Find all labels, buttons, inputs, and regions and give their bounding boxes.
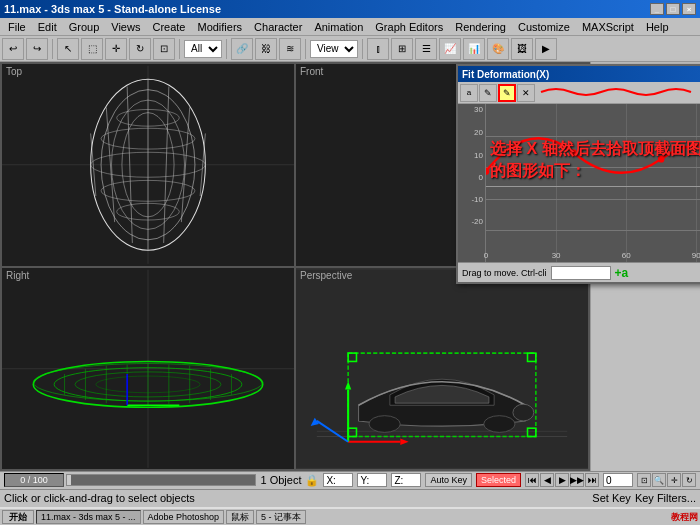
- align-button[interactable]: ⊞: [391, 38, 413, 60]
- link-button[interactable]: 🔗: [231, 38, 253, 60]
- menu-customize[interactable]: Customize: [512, 18, 576, 35]
- selection-filter-dropdown[interactable]: All: [184, 40, 222, 58]
- selected-display[interactable]: Selected: [476, 473, 521, 487]
- fit-tb-icon-2[interactable]: ✎: [498, 84, 516, 102]
- viewport-front-label: Front: [300, 66, 323, 77]
- menu-create[interactable]: Create: [146, 18, 191, 35]
- viewport-perspective[interactable]: Perspective: [295, 267, 589, 471]
- x-field[interactable]: X:: [323, 473, 353, 487]
- toolbar-separator-2: [179, 39, 180, 59]
- view-dropdown[interactable]: View: [310, 40, 358, 58]
- maximize-button[interactable]: □: [666, 3, 680, 15]
- title-bar-controls[interactable]: _ □ ×: [650, 3, 696, 15]
- y-field[interactable]: Y:: [357, 473, 387, 487]
- taskbar-mouse[interactable]: 鼠标: [226, 510, 254, 524]
- taskbar-3dsmax[interactable]: 11.max - 3ds max 5 - ...: [36, 510, 141, 524]
- close-button[interactable]: ×: [682, 3, 696, 15]
- graph-y-axis: 30 20 10 0 -10 -20: [458, 104, 486, 262]
- select-button[interactable]: ↖: [57, 38, 79, 60]
- graph-main[interactable]: 0 30 60 90 120 150: [486, 104, 700, 262]
- select-region-button[interactable]: ⬚: [81, 38, 103, 60]
- pan-button[interactable]: ✛: [667, 473, 681, 487]
- fit-tb-icon-0[interactable]: a: [460, 84, 478, 102]
- key-filters-label: Key Filters...: [635, 492, 696, 504]
- auto-key-button[interactable]: Auto Key: [425, 473, 472, 487]
- svg-point-45: [513, 404, 534, 421]
- curve-editor-button[interactable]: 📈: [439, 38, 461, 60]
- menu-graph-editors[interactable]: Graph Editors: [369, 18, 449, 35]
- arc-rotate-button[interactable]: ↻: [682, 473, 696, 487]
- quick-render-button[interactable]: ▶: [535, 38, 557, 60]
- timeline-thumb[interactable]: [67, 475, 71, 485]
- menu-group[interactable]: Group: [63, 18, 106, 35]
- menu-animation[interactable]: Animation: [308, 18, 369, 35]
- minimize-button[interactable]: _: [650, 3, 664, 15]
- fit-tb-icon-3[interactable]: ✕: [517, 84, 535, 102]
- viewport-top[interactable]: Top: [1, 63, 295, 267]
- layers-button[interactable]: ☰: [415, 38, 437, 60]
- timeline-slider[interactable]: [66, 474, 256, 486]
- go-start-button[interactable]: ⏮: [525, 473, 539, 487]
- rotate-button[interactable]: ↻: [129, 38, 151, 60]
- menu-maxscript[interactable]: MAXScript: [576, 18, 640, 35]
- fit-prompt-icon-plus: +a: [615, 266, 629, 280]
- frame-input[interactable]: 0: [603, 473, 633, 487]
- lock-icon: 🔒: [305, 474, 319, 487]
- status-right: 1 Object 🔒 X: Y: Z: Auto Key Selected ⏮ …: [260, 473, 696, 487]
- fit-dialog-title-bar: Fit Deformation(X) — □ ×: [458, 66, 700, 82]
- taskbar-photoshop[interactable]: Adobe Photoshop: [143, 510, 225, 524]
- taskbar-right: 教程网: [671, 511, 698, 524]
- y-label-0: 0: [479, 173, 483, 182]
- schematic-button[interactable]: 📊: [463, 38, 485, 60]
- bind-button[interactable]: ≋: [279, 38, 301, 60]
- go-end-button[interactable]: ⏭: [585, 473, 599, 487]
- menu-modifiers[interactable]: Modifiers: [191, 18, 248, 35]
- title-text: 11.max - 3ds max 5 - Stand-alone License: [4, 3, 221, 15]
- start-button[interactable]: 开始: [2, 510, 34, 524]
- menu-file[interactable]: File: [2, 18, 32, 35]
- fit-prompt-text: Drag to move. Ctrl-cli: [462, 268, 547, 278]
- mirror-button[interactable]: ⫿: [367, 38, 389, 60]
- taskbar-notepad[interactable]: 5 - 记事本: [256, 510, 306, 524]
- scale-button[interactable]: ⊡: [153, 38, 175, 60]
- svg-point-47: [484, 415, 515, 432]
- zoom-extents-button[interactable]: ⊡: [637, 473, 651, 487]
- y-label-20: 20: [474, 128, 483, 137]
- svg-point-46: [369, 415, 400, 432]
- main-toolbar: ↩ ↪ ↖ ⬚ ✛ ↻ ⊡ All 🔗 ⛓ ≋ View ⫿ ⊞ ☰ 📈 📊 🎨…: [0, 36, 700, 62]
- render-button[interactable]: 🖼: [511, 38, 533, 60]
- move-button[interactable]: ✛: [105, 38, 127, 60]
- fit-dialog-title-text: Fit Deformation(X): [462, 69, 549, 80]
- fit-tb-icon-1[interactable]: ✎: [479, 84, 497, 102]
- playback-controls: ⏮ ◀ ▶ ▶▶ ⏭: [525, 473, 599, 487]
- prev-frame-button[interactable]: ◀: [540, 473, 554, 487]
- menu-views[interactable]: Views: [105, 18, 146, 35]
- click-prompt: Click or click-and-drag to select object…: [4, 492, 195, 504]
- menu-character[interactable]: Character: [248, 18, 308, 35]
- zoom-region-button[interactable]: 🔍: [652, 473, 666, 487]
- undo-button[interactable]: ↩: [2, 38, 24, 60]
- view-controls: ⊡ 🔍 ✛ ↻: [637, 473, 696, 487]
- next-frame-button[interactable]: ▶▶: [570, 473, 584, 487]
- taskbar-brand: 教程网: [671, 511, 698, 524]
- fit-prompt-input[interactable]: [551, 266, 611, 280]
- toolbar-separator-4: [305, 39, 306, 59]
- y-label-neg20: -20: [471, 217, 483, 226]
- taskbar: 开始 11.max - 3ds max 5 - ... Adobe Photos…: [0, 507, 700, 525]
- menu-help[interactable]: Help: [640, 18, 675, 35]
- toolbar-separator-5: [362, 39, 363, 59]
- timeline-area: 0 / 100: [4, 473, 256, 487]
- toolbar-separator: [52, 39, 53, 59]
- object-count: 1 Object: [260, 474, 301, 486]
- menu-rendering[interactable]: Rendering: [449, 18, 512, 35]
- viewport-right[interactable]: Right: [1, 267, 295, 471]
- viewport-front[interactable]: Front Fit Deformation(X) — □ × a ✎: [295, 63, 589, 267]
- play-button[interactable]: ▶: [555, 473, 569, 487]
- fit-toolbar: a ✎ ✎ ✕ ⚙ ≡ × ⊕: [458, 82, 700, 104]
- menu-edit[interactable]: Edit: [32, 18, 63, 35]
- z-field[interactable]: Z:: [391, 473, 421, 487]
- unlink-button[interactable]: ⛓: [255, 38, 277, 60]
- material-button[interactable]: 🎨: [487, 38, 509, 60]
- redo-button[interactable]: ↪: [26, 38, 48, 60]
- x-label-0: 0: [484, 251, 488, 260]
